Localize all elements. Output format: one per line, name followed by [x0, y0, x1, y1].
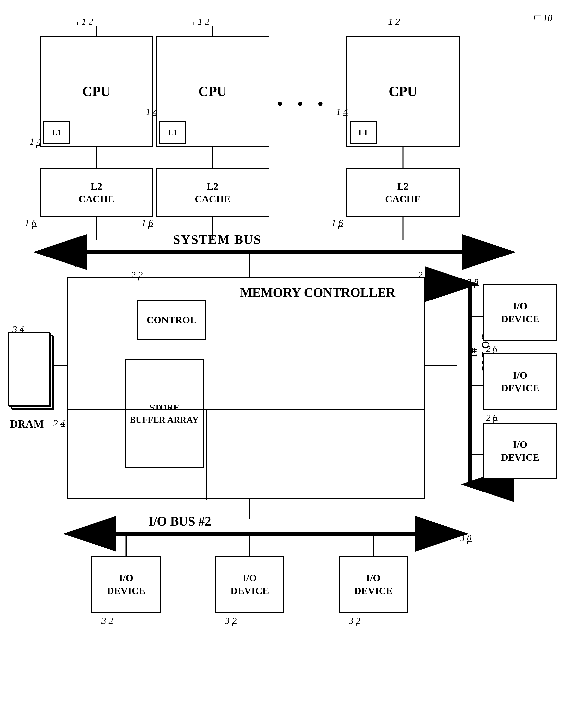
memory-controller-box: MEMORY CONTROLLER CONTROL STOREBUFFER AR… — [67, 277, 425, 499]
control-label: CONTROL — [147, 314, 197, 326]
bracket-cpu2: ⌐ — [193, 15, 200, 29]
bracket-16-2: ⌐ — [148, 220, 154, 232]
system-bus-label: SYSTEM BUS — [173, 232, 261, 247]
io-device-bottom-2: I/ODEVICE — [215, 556, 284, 613]
l2cache3-box: L2CACHE — [346, 168, 460, 217]
l2cache1-box: L2CACHE — [40, 168, 153, 217]
cpu3-box: L1 CPU — [346, 36, 460, 147]
io-device-right-2-label: I/ODEVICE — [501, 369, 539, 395]
io-device-bottom-3-label: I/ODEVICE — [354, 572, 393, 597]
io-bus-2-label: I/O BUS #2 — [148, 514, 211, 528]
store-buffer-box: STOREBUFFER ARRAY — [125, 359, 204, 468]
l2cache2-box: L2CACHE — [156, 168, 270, 217]
bracket-20: ⌐ — [425, 272, 430, 284]
bracket-16-3: ⌐ — [338, 220, 344, 232]
dram-label: DRAM — [10, 418, 44, 430]
io-device-bottom-1: I/ODEVICE — [92, 556, 161, 613]
bracket-cpu1: ⌐ — [77, 15, 83, 29]
cpu1-l1: L1 — [43, 121, 70, 144]
ellipsis: • • • — [277, 94, 329, 114]
io-device-bottom-1-label: I/ODEVICE — [107, 572, 145, 597]
bracket-14-cpu1: ⌐ — [36, 139, 42, 151]
l2cache3-label: L2CACHE — [385, 180, 421, 206]
cpu3-label: CPU — [389, 83, 417, 99]
bracket-28: ⌐ — [474, 280, 479, 291]
bracket-32-3: ⌐ — [356, 618, 361, 629]
l2cache2-label: L2CACHE — [195, 180, 230, 206]
bracket-34: ⌐ — [19, 327, 25, 338]
bracket-18: ⌐ — [75, 259, 80, 270]
l2cache1-label: L2CACHE — [79, 180, 114, 206]
cpu2-box: L1 CPU — [156, 36, 270, 147]
bracket-cpu3: ⌐ — [383, 15, 390, 29]
bracket-32-1: ⌐ — [108, 618, 113, 629]
io-device-right-1-label: I/ODEVICE — [501, 300, 539, 326]
ref-10: 10 — [543, 12, 552, 23]
bracket-22: ⌐ — [138, 272, 144, 284]
io-device-right-1: I/ODEVICE — [483, 284, 557, 341]
cpu1-box: L1 CPU — [40, 36, 153, 147]
bracket-30: ⌐ — [467, 536, 473, 547]
cpu1-label: CPU — [82, 83, 110, 99]
bracket-16-1: ⌐ — [32, 220, 37, 232]
dram-page1 — [8, 332, 50, 406]
diagram: 10 ⌐ 1 2 ⌐ L1 CPU 1 4 ⌐ L2CACHE 1 6 ⌐ 1 … — [0, 0, 582, 728]
cpu2-l1: L1 — [159, 121, 186, 144]
memory-controller-label: MEMORY CONTROLLER — [240, 285, 395, 300]
io-device-right-2: I/ODEVICE — [483, 354, 557, 410]
bracket-14-cpu2: ⌐ — [152, 109, 158, 121]
bracket-10: ⌐ — [533, 7, 543, 24]
dram-stack — [7, 331, 49, 405]
bracket-14-cpu3: ⌐ — [343, 109, 348, 121]
bracket-32-2: ⌐ — [232, 618, 237, 629]
io-device-right-3-label: I/ODEVICE — [501, 438, 539, 464]
mc-vdivider — [206, 409, 207, 500]
bracket-26-3: ⌐ — [493, 485, 498, 496]
bracket-24: ⌐ — [60, 421, 66, 432]
cpu2-label: CPU — [198, 83, 227, 99]
cpu3-l1: L1 — [350, 121, 377, 144]
io-device-right-3: I/ODEVICE — [483, 422, 557, 479]
io-device-bottom-2-label: I/ODEVICE — [230, 572, 269, 597]
store-buffer-label: STOREBUFFER ARRAY — [130, 401, 199, 426]
control-box: CONTROL — [137, 300, 206, 340]
io-device-bottom-3: I/ODEVICE — [339, 556, 408, 613]
mc-divider — [68, 409, 424, 410]
